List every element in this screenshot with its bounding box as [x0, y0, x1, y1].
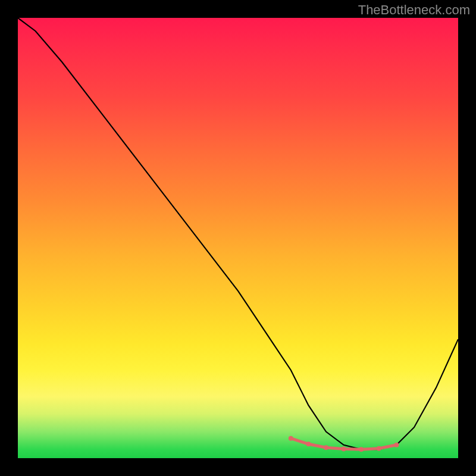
chart-container: TheBottleneck.com [0, 0, 476, 476]
bottleneck-curve [18, 18, 458, 449]
highlight-dot [359, 447, 364, 452]
chart-svg [18, 18, 458, 458]
highlight-dot [289, 436, 293, 441]
watermark-text: TheBottleneck.com [358, 2, 470, 18]
highlight-dot [394, 443, 399, 447]
highlight-dot [377, 446, 381, 451]
plot-area [18, 18, 458, 458]
highlight-segment [289, 436, 399, 452]
highlight-dot [324, 445, 328, 450]
highlight-dot [306, 441, 311, 446]
highlight-dot [342, 447, 346, 452]
